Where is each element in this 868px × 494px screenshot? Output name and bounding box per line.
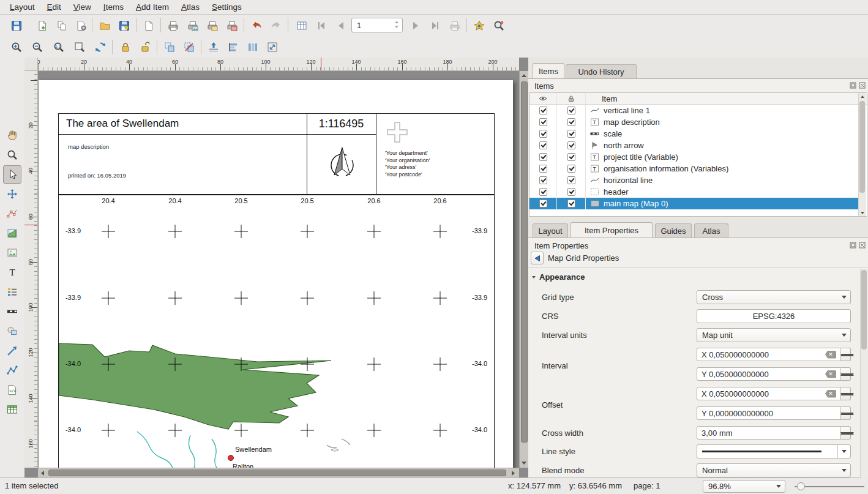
add-shape-button[interactable]: [3, 322, 21, 340]
offset-y-spinner[interactable]: [840, 406, 851, 420]
page-view[interactable]: The area of Swellendam 1:116495 map desc…: [38, 71, 519, 468]
organisation-info-item[interactable]: 'Your department' 'Your organisation' 'Y…: [385, 150, 430, 178]
print-atlas-button[interactable]: [446, 17, 464, 34]
interval-x-field[interactable]: X 0,050000000000✕: [697, 348, 840, 361]
page-spinner[interactable]: [393, 20, 401, 30]
select-move-item-button[interactable]: [3, 165, 21, 184]
move-item-content-button[interactable]: [3, 185, 21, 203]
vertical-ruler[interactable]: 20 40 60 80 100 120 140 160: [24, 71, 38, 468]
zoom-slider-handle[interactable]: [797, 482, 805, 490]
scroll-right-button[interactable]: [509, 468, 518, 477]
picture-placeholder-icon[interactable]: [386, 121, 408, 143]
scroll-down-button[interactable]: [520, 458, 528, 468]
menu-edit[interactable]: Edit: [41, 1, 67, 13]
zoom-level-combo[interactable]: 96.8%: [703, 480, 785, 493]
float-panel-button[interactable]: [850, 242, 856, 249]
export-pdf-button[interactable]: [223, 17, 241, 34]
offset-x-field[interactable]: X 0,050000000000✕: [697, 387, 840, 400]
horizontal-scroll-thumb[interactable]: [48, 470, 506, 476]
appearance-section-header[interactable]: Appearance: [532, 272, 585, 282]
clear-field-icon[interactable]: ✕: [825, 351, 836, 359]
items-scrollbar[interactable]: [858, 93, 866, 216]
raise-items-button[interactable]: [204, 38, 223, 56]
item-row[interactable]: north arrow: [529, 140, 859, 151]
interval-y-field[interactable]: Y 0,050000000000✕: [697, 367, 840, 381]
items-scroll-thumb[interactable]: [859, 101, 865, 193]
lock-checkbox[interactable]: [567, 141, 575, 149]
tab-layout[interactable]: Layout: [533, 223, 568, 238]
lock-checkbox[interactable]: [567, 118, 575, 126]
new-layout-button[interactable]: [33, 17, 51, 34]
add-node-item-button[interactable]: [3, 361, 21, 380]
scroll-down-button[interactable]: [859, 209, 866, 216]
grid-type-combo[interactable]: Cross: [697, 290, 851, 304]
layout-page[interactable]: The area of Swellendam 1:116495 map desc…: [39, 80, 513, 468]
interval-units-combo[interactable]: Map unit: [697, 328, 851, 342]
scroll-left-button[interactable]: [38, 468, 47, 477]
visibility-checkbox[interactable]: [539, 141, 547, 149]
visibility-checkbox[interactable]: [539, 188, 547, 196]
lock-checkbox[interactable]: [567, 107, 575, 114]
cross-width-spinner[interactable]: [840, 426, 851, 440]
cross-width-field[interactable]: 3,00 mm: [697, 426, 840, 440]
interval-y-spinner[interactable]: [840, 367, 851, 381]
save-project-button[interactable]: [7, 17, 26, 34]
lock-checkbox[interactable]: [567, 200, 575, 208]
offset-x-spinner[interactable]: [840, 387, 851, 400]
menu-layout[interactable]: Layout: [4, 1, 41, 13]
lock-checkbox[interactable]: [567, 176, 575, 184]
map-description-item[interactable]: map description: [68, 143, 109, 150]
zoom-out-button[interactable]: [28, 38, 47, 56]
undo-button[interactable]: [247, 17, 266, 34]
horizontal-ruler[interactable]: 0 20 40 60 80 100 120 140 160 180 200: [38, 58, 519, 71]
add-pages-button[interactable]: [140, 17, 158, 34]
item-row[interactable]: horizontal line: [529, 174, 859, 186]
blend-mode-combo[interactable]: Normal: [697, 463, 851, 477]
item-row[interactable]: Tmap description: [529, 116, 859, 128]
save-template-button[interactable]: [115, 17, 133, 34]
add-legend-button[interactable]: [3, 283, 21, 301]
resize-items-button[interactable]: [263, 38, 282, 56]
visibility-checkbox[interactable]: [539, 107, 547, 114]
lock-checkbox[interactable]: [567, 188, 575, 196]
back-button[interactable]: [531, 252, 544, 264]
add-scalebar-button[interactable]: [3, 302, 21, 321]
visibility-checkbox[interactable]: [539, 176, 547, 184]
atlas-prev-button[interactable]: [332, 17, 350, 34]
align-items-button[interactable]: [224, 38, 242, 56]
redo-button[interactable]: [267, 17, 285, 34]
zoom-in-button[interactable]: [7, 38, 26, 56]
tab-undo-history[interactable]: Undo History: [566, 64, 637, 78]
add-html-button[interactable]: </>: [3, 381, 21, 399]
float-panel-button[interactable]: [850, 82, 856, 89]
atlas-first-button[interactable]: [312, 17, 331, 34]
scale-text-item[interactable]: 1:116495: [307, 114, 376, 134]
printed-on-item[interactable]: printed on: 16.05.2019: [68, 172, 126, 179]
item-row[interactable]: scale: [529, 128, 859, 140]
item-row-selected[interactable]: main map (Map 0): [529, 198, 859, 209]
line-style-button[interactable]: [697, 444, 851, 458]
lock-checkbox[interactable]: [567, 165, 575, 173]
clear-field-icon[interactable]: ✕: [825, 370, 836, 378]
scroll-up-button[interactable]: [859, 93, 866, 100]
horizontal-scrollbar[interactable]: [38, 468, 519, 477]
lock-items-button[interactable]: [116, 38, 135, 56]
map-title-item[interactable]: The area of Swellendam: [66, 118, 179, 130]
lock-checkbox[interactable]: [567, 130, 575, 138]
item-row[interactable]: Tproject title (Variable): [529, 151, 859, 163]
add-map-button[interactable]: [3, 224, 21, 242]
preview-atlas-button[interactable]: [293, 17, 311, 34]
tab-atlas[interactable]: Atlas: [694, 223, 728, 238]
menu-items[interactable]: Items: [97, 1, 130, 13]
menu-view[interactable]: View: [67, 1, 97, 13]
vertical-scroll-thumb[interactable]: [521, 81, 528, 443]
menu-atlas[interactable]: Atlas: [175, 1, 206, 13]
visibility-checkbox[interactable]: [539, 118, 547, 126]
edit-nodes-item-button[interactable]: [3, 204, 21, 223]
close-panel-button[interactable]: [859, 82, 866, 89]
clear-field-icon[interactable]: ✕: [825, 390, 836, 398]
zoom-actual-button[interactable]: 1:1: [50, 38, 68, 56]
visibility-checkbox[interactable]: [539, 153, 547, 161]
vertical-scrollbar[interactable]: [519, 71, 528, 468]
add-picture-button[interactable]: [3, 244, 21, 262]
